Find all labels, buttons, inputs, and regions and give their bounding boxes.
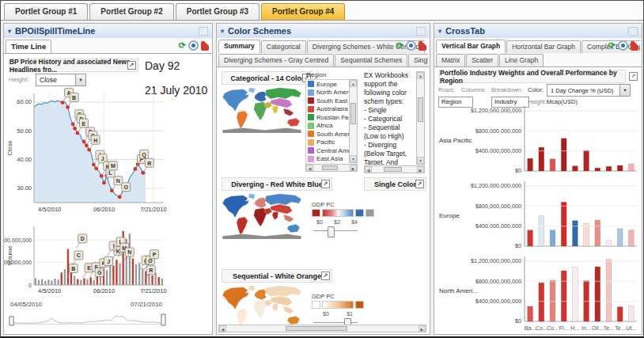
scroll-right-button[interactable]: ▶: [419, 325, 426, 332]
volume-bar: [58, 279, 59, 285]
popout-icon[interactable]: [629, 72, 638, 81]
scroll-thumb[interactable]: [384, 167, 402, 172]
popout-icon[interactable]: [321, 180, 330, 188]
panel-corner-icon[interactable]: [416, 27, 426, 36]
tab-summary[interactable]: Summary: [218, 40, 260, 53]
price-line-chart: 30.0040.0050.0060.004/5/201006/20107/21/…: [6, 89, 172, 222]
tab-diverging-schemes-gray-centred[interactable]: Diverging Schemes - Gray Centred: [218, 54, 334, 66]
tab-horizontal-bar-graph[interactable]: Horizontal Bar Graph: [506, 40, 581, 53]
text-vertical-scrollbar[interactable]: ▲▼: [416, 71, 425, 165]
axis-label: Co...: [547, 325, 559, 332]
breakdown-field[interactable]: Industry: [491, 97, 529, 108]
tab-categorical[interactable]: Categorical: [261, 40, 306, 53]
axis-label: R: [147, 161, 151, 166]
volume-bar: [151, 275, 153, 285]
collapse-icon[interactable]: ▾: [221, 28, 224, 35]
section-header-single-color: Single Color: [364, 177, 426, 191]
portlet-tab-1[interactable]: Portlet Group #1: [4, 3, 88, 20]
tab-scatter[interactable]: Scatter: [466, 54, 498, 66]
collapse-icon[interactable]: ▾: [438, 28, 441, 35]
scroll-up-button[interactable]: ▲: [417, 72, 424, 79]
popout-icon[interactable]: [127, 61, 136, 70]
legend-item: East Asia: [306, 155, 355, 164]
refresh-icon[interactable]: ⟳: [396, 41, 403, 50]
scroll-down-button[interactable]: ▼: [350, 155, 357, 162]
legend-item: Australasia: [306, 105, 355, 114]
scroll-thumb[interactable]: [286, 326, 347, 331]
legend-label: Europe: [316, 81, 337, 88]
rows-field[interactable]: Region: [438, 97, 473, 108]
record-icon[interactable]: [618, 40, 628, 51]
industry-bar: [584, 224, 589, 247]
scroll-up-button[interactable]: ▲: [350, 80, 357, 87]
collapse-icon[interactable]: ▾: [8, 28, 11, 35]
legend-item: Europe: [306, 80, 355, 89]
popout-icon[interactable]: [321, 272, 330, 280]
map-region-sea: [283, 306, 294, 313]
axis-label: 06/2010: [93, 287, 115, 294]
color-select[interactable]: 1 Day Change % (USD)▼: [547, 84, 631, 97]
axis-label: $400,000,000,000: [475, 147, 521, 154]
map-region-ru: [266, 194, 301, 205]
refresh-icon[interactable]: ⟳: [608, 41, 616, 50]
record-icon[interactable]: [188, 40, 199, 51]
legend-swatch: [308, 131, 314, 137]
axis-label: Asia Pacific: [439, 137, 472, 144]
slider-right-handle[interactable]: [161, 314, 165, 325]
legend-slider-track[interactable]: [313, 230, 358, 231]
portlet-tab-2[interactable]: Portlet Group #2: [89, 3, 173, 20]
axis-label: $800,000,000,000: [475, 278, 521, 285]
panel-horizontal-scrollbar[interactable]: ◀▶: [218, 325, 426, 332]
scroll-down-button[interactable]: ▼: [417, 157, 424, 164]
scroll-left-button[interactable]: ◀: [365, 166, 372, 173]
volume-bar: [83, 279, 85, 286]
panel-header-color-schemes[interactable]: ▾ Color Schemes: [217, 24, 430, 39]
map-region-na: [222, 89, 249, 112]
scroll-left-button[interactable]: ◀: [306, 165, 313, 171]
color-schemes-tabstrip: SummaryCategoricalDiverging Schemes - Wh…: [217, 38, 430, 67]
legend-slider-handle[interactable]: [328, 226, 335, 237]
pdf-export-icon[interactable]: [419, 41, 426, 51]
pdf-export-icon[interactable]: [631, 41, 638, 51]
popout-icon[interactable]: [415, 180, 424, 188]
pdf-export-icon[interactable]: [201, 41, 209, 51]
legend-vertical-scrollbar[interactable]: ▲▼: [349, 79, 358, 163]
tab-vertical-bar-graph[interactable]: Vertical Bar Graph: [436, 40, 506, 53]
scroll-right-button[interactable]: ▶: [350, 165, 357, 171]
legend-swatch: [308, 114, 314, 120]
scroll-right-button[interactable]: ▶: [417, 166, 424, 173]
refresh-icon[interactable]: ⟳: [179, 41, 186, 50]
scroll-left-button[interactable]: ◀: [219, 325, 226, 332]
scroll-thumb[interactable]: [418, 97, 423, 121]
axis-label: North Ameri...: [439, 287, 478, 294]
panel-header-crosstab[interactable]: ▾ CrossTab: [434, 24, 642, 39]
slider-left-handle[interactable]: [9, 317, 13, 325]
scroll-thumb[interactable]: [350, 103, 356, 124]
panel-corner-icon[interactable]: [199, 27, 208, 36]
panel-corner-icon[interactable]: [628, 27, 638, 36]
tab-line-graph[interactable]: Line Graph: [499, 54, 544, 66]
time-range-slider[interactable]: [9, 309, 169, 329]
text-horizontal-scrollbar[interactable]: ◀▶: [364, 165, 425, 173]
height-label: Height:Mcap(USD): [528, 98, 578, 105]
crosstab-chart-title-box: Portfolio Industry Weights and Overall P…: [439, 70, 626, 83]
industry-bar: [584, 150, 589, 171]
chart-title-box[interactable]: BP Price History and associated News Hea…: [9, 59, 138, 72]
portlet-tab-3[interactable]: Portlet Group #3: [176, 3, 259, 20]
legend-horizontal-scrollbar[interactable]: ◀▶: [305, 164, 358, 172]
industry-bar: [606, 166, 612, 171]
portlet-tab-4[interactable]: Portlet Group #4: [261, 3, 345, 20]
record-icon[interactable]: [406, 40, 416, 51]
slider-sparkline: [13, 316, 161, 323]
tab-sequential-schemes[interactable]: Sequential Schemes: [335, 54, 407, 66]
volume-bar: [38, 280, 40, 285]
panel-header-timeline[interactable]: ▾ BPOilSpillTimeLine: [4, 24, 212, 39]
section-header-categorical: Categorical - 14 Color: [222, 71, 313, 85]
tab-time-line[interactable]: Time Line: [6, 40, 51, 53]
portlet-tab-bar: Portlet Group #1Portlet Group #2Portlet …: [1, 1, 643, 21]
tab-matrix[interactable]: Matrix: [436, 54, 465, 66]
tab-single-colors[interactable]: Single Colors: [408, 54, 428, 66]
height-select[interactable]: Close▼: [36, 74, 86, 86]
map-region-sea: [283, 215, 294, 222]
scroll-thumb[interactable]: [322, 165, 337, 170]
